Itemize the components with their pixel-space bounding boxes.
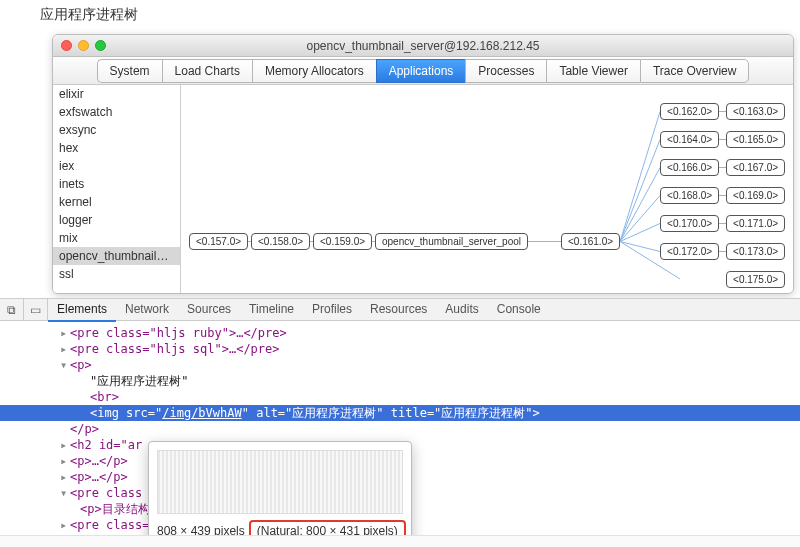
sidebar-item[interactable]: inets: [53, 175, 180, 193]
dom-node[interactable]: <br>: [0, 389, 800, 405]
process-node[interactable]: <0.158.0>: [251, 233, 310, 250]
tab-table-viewer[interactable]: Table Viewer: [546, 59, 639, 83]
sidebar-item[interactable]: ssl: [53, 265, 180, 283]
tab-applications[interactable]: Applications: [376, 59, 466, 83]
process-node[interactable]: <0.172.0>: [660, 243, 719, 260]
devtools-tabs: ⧉ ▭ ElementsNetworkSourcesTimelineProfil…: [0, 299, 800, 321]
dom-node-selected[interactable]: <img src="/img/bVwhAW" alt="应用程序进程树" tit…: [0, 405, 800, 421]
devtools-footer: [0, 535, 800, 547]
close-icon[interactable]: [61, 40, 72, 51]
app-list: elixirexfswatchexsynchexiexinetskernello…: [53, 85, 181, 293]
sidebar-item[interactable]: kernel: [53, 193, 180, 211]
devtools-tab-elements[interactable]: Elements: [48, 298, 116, 322]
tab-processes[interactable]: Processes: [465, 59, 546, 83]
sidebar-item[interactable]: exfswatch: [53, 103, 180, 121]
sidebar-item[interactable]: elixir: [53, 85, 180, 103]
tab-load-charts[interactable]: Load Charts: [162, 59, 252, 83]
process-node[interactable]: <0.170.0>: [660, 215, 719, 232]
toolbar: SystemLoad ChartsMemory AllocatorsApplic…: [53, 57, 793, 85]
process-node[interactable]: <0.163.0>: [726, 103, 785, 120]
zoom-icon[interactable]: [95, 40, 106, 51]
process-node[interactable]: <0.157.0>: [189, 233, 248, 250]
sidebar-item[interactable]: opencv_thumbnail_s…: [53, 247, 180, 265]
devtools-tab-profiles[interactable]: Profiles: [303, 298, 361, 322]
tab-trace-overview[interactable]: Trace Overview: [640, 59, 750, 83]
dom-node[interactable]: <pre class="hljs sql">…</pre>: [0, 341, 800, 357]
dom-text[interactable]: "应用程序进程树": [0, 373, 800, 389]
process-node[interactable]: opencv_thumbnail_server_pool: [375, 233, 528, 250]
image-preview-tooltip: 808 × 439 pixels (Natural: 800 × 431 pix…: [148, 441, 412, 535]
thumbnail: [157, 450, 403, 514]
process-node[interactable]: <0.159.0>: [313, 233, 372, 250]
devtools-tab-timeline[interactable]: Timeline: [240, 298, 303, 322]
page-heading: 应用程序进程树: [0, 0, 800, 30]
process-node[interactable]: <0.168.0>: [660, 187, 719, 204]
observer-window: opencv_thumbnail_server@192.168.212.45 S…: [52, 34, 794, 294]
device-icon[interactable]: ▭: [24, 299, 48, 321]
process-node[interactable]: <0.173.0>: [726, 243, 785, 260]
sidebar-item[interactable]: hex: [53, 139, 180, 157]
process-node[interactable]: <0.162.0>: [660, 103, 719, 120]
devtools-tab-audits[interactable]: Audits: [436, 298, 487, 322]
svg-line-5: [620, 112, 660, 242]
sidebar-item[interactable]: iex: [53, 157, 180, 175]
devtools-tab-sources[interactable]: Sources: [178, 298, 240, 322]
process-node[interactable]: <0.169.0>: [726, 187, 785, 204]
sidebar-item[interactable]: logger: [53, 211, 180, 229]
svg-line-15: [620, 242, 660, 252]
dom-tree[interactable]: <pre class="hljs ruby">…</pre> <pre clas…: [0, 321, 800, 535]
dom-node[interactable]: <pre class="hljs ruby">…</pre>: [0, 325, 800, 341]
minimize-icon[interactable]: [78, 40, 89, 51]
process-node[interactable]: <0.171.0>: [726, 215, 785, 232]
rendered-size: 808 × 439 pixels: [157, 524, 245, 535]
process-node[interactable]: <0.165.0>: [726, 131, 785, 148]
devtools-tab-resources[interactable]: Resources: [361, 298, 436, 322]
tab-system[interactable]: System: [97, 59, 162, 83]
sidebar-item[interactable]: mix: [53, 229, 180, 247]
process-node[interactable]: <0.161.0>: [561, 233, 620, 250]
devtools-tab-console[interactable]: Console: [488, 298, 550, 322]
process-node[interactable]: <0.166.0>: [660, 159, 719, 176]
tab-memory-allocators[interactable]: Memory Allocators: [252, 59, 376, 83]
inspect-icon[interactable]: ⧉: [0, 299, 24, 321]
dom-node[interactable]: </p>: [0, 421, 800, 437]
svg-line-11: [620, 196, 660, 242]
process-node[interactable]: <0.175.0>: [726, 271, 785, 288]
dom-node[interactable]: <p>: [0, 357, 800, 373]
titlebar[interactable]: opencv_thumbnail_server@192.168.212.45: [53, 35, 793, 57]
devtools-tab-network[interactable]: Network: [116, 298, 178, 322]
svg-line-9: [620, 168, 660, 242]
process-node[interactable]: <0.164.0>: [660, 131, 719, 148]
devtools-panel: ⧉ ▭ ElementsNetworkSourcesTimelineProfil…: [0, 298, 800, 547]
natural-size: (Natural: 800 × 431 pixels): [249, 520, 406, 535]
window-title: opencv_thumbnail_server@192.168.212.45: [53, 39, 793, 53]
sidebar-item[interactable]: exsync: [53, 121, 180, 139]
process-tree-canvas[interactable]: <0.157.0><0.158.0><0.159.0>opencv_thumbn…: [181, 85, 793, 293]
process-node[interactable]: <0.167.0>: [726, 159, 785, 176]
